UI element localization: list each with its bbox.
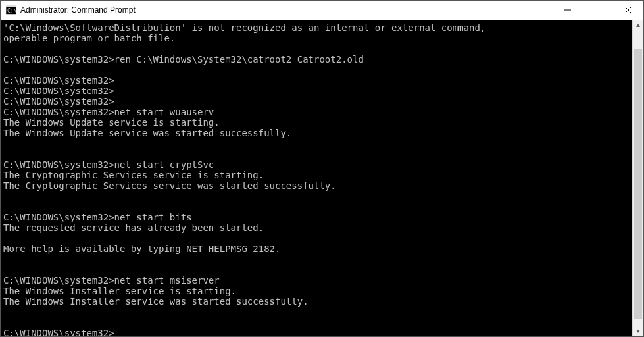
terminal-line: The Cryptographic Services service was s… (3, 180, 630, 191)
titlebar[interactable]: C:\ Administrator: Command Prompt (1, 1, 643, 20)
terminal-line (3, 43, 630, 54)
terminal-line (3, 201, 630, 212)
terminal-line: C:\WINDOWS\system32>net start cryptSvc (3, 159, 630, 170)
vertical-scrollbar[interactable] (632, 20, 643, 336)
client-area: 'C:\Windows\SoftwareDistribution' is not… (1, 20, 643, 336)
scroll-track[interactable] (633, 32, 643, 325)
terminal-line (3, 233, 630, 244)
svg-marker-7 (636, 24, 640, 27)
terminal-line (3, 265, 630, 275)
terminal-line (3, 65, 630, 75)
terminal-line: The Windows Installer service was starte… (3, 296, 630, 307)
terminal-line: operable program or batch file. (3, 33, 630, 43)
terminal-line: The requested service has already been s… (3, 222, 630, 233)
window-title: Administrator: Command Prompt (20, 5, 136, 14)
scroll-thumb[interactable] (634, 49, 642, 319)
terminal-line: 'C:\Windows\SoftwareDistribution' is not… (3, 22, 630, 33)
terminal-line (3, 149, 630, 159)
terminal-line (3, 254, 630, 265)
terminal-line: C:\WINDOWS\system32> (3, 96, 630, 107)
titlebar-buttons (553, 1, 643, 20)
svg-text:C:\: C:\ (7, 8, 16, 14)
close-button[interactable] (613, 1, 643, 20)
terminal-line: C:\WINDOWS\system32> (3, 86, 630, 96)
terminal-line: C:\WINDOWS\system32> (3, 328, 630, 336)
terminal-line: The Windows Update service is starting. (3, 117, 630, 128)
terminal-line: More help is available by typing NET HEL… (3, 244, 630, 254)
terminal-line: C:\WINDOWS\system32> (3, 75, 630, 86)
terminal-line (3, 307, 630, 317)
terminal-line: The Cryptographic Services service is st… (3, 170, 630, 180)
terminal-line (3, 191, 630, 201)
terminal-line: C:\WINDOWS\system32>ren C:\Windows\Syste… (3, 54, 630, 65)
terminal[interactable]: 'C:\Windows\SoftwareDistribution' is not… (1, 20, 632, 336)
scroll-down-button[interactable] (633, 325, 643, 336)
cursor (114, 336, 120, 336)
terminal-line: The Windows Installer service is startin… (3, 286, 630, 296)
terminal-line: C:\WINDOWS\system32>net start wuauserv (3, 107, 630, 117)
maximize-button[interactable] (583, 1, 613, 20)
window: C:\ Administrator: Command Prompt 'C:\Wi… (0, 0, 644, 337)
terminal-line: C:\WINDOWS\system32>net start bits (3, 212, 630, 222)
svg-rect-1 (6, 5, 16, 7)
terminal-line (3, 317, 630, 328)
cmd-icon: C:\ (6, 5, 16, 15)
svg-marker-8 (636, 330, 640, 333)
terminal-line (3, 138, 630, 149)
minimize-button[interactable] (553, 1, 583, 20)
scroll-up-button[interactable] (633, 20, 643, 32)
terminal-line: The Windows Update service was started s… (3, 128, 630, 138)
svg-rect-4 (595, 7, 601, 13)
terminal-line: C:\WINDOWS\system32>net start msiserver (3, 275, 630, 286)
